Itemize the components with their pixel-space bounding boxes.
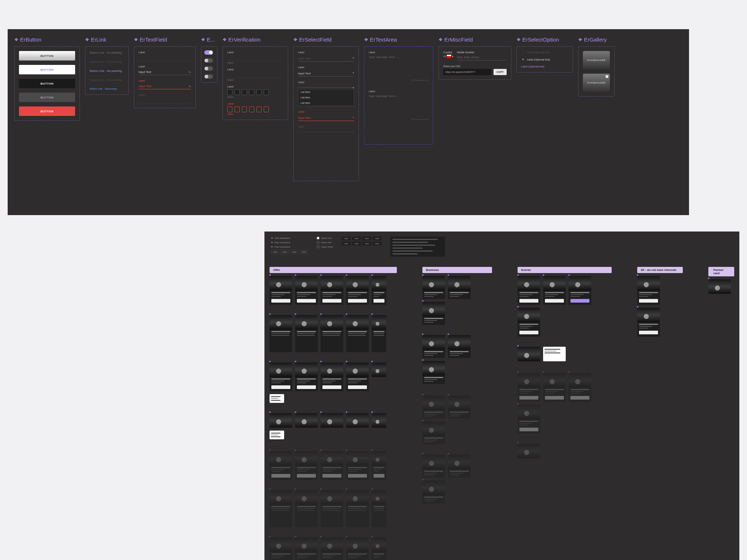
card[interactable] [321,490,343,527]
pin-input[interactable] [242,89,247,95]
card[interactable] [321,362,343,391]
tag[interactable]: Label [362,242,371,245]
gallery-placeholder[interactable]: PLACEHOLDER [583,51,610,69]
card[interactable] [448,396,471,419]
card[interactable] [295,276,318,305]
card[interactable] [372,490,386,527]
card[interactable] [270,451,292,480]
card[interactable] [295,537,318,560]
button-white[interactable]: BUTTON [19,65,75,74]
card[interactable] [346,413,369,428]
card-cta[interactable] [374,474,384,478]
card-cta[interactable] [519,331,538,334]
tag[interactable]: Label [342,237,351,240]
card-light[interactable] [270,394,284,403]
card[interactable] [422,481,445,503]
toggle-off[interactable] [204,74,213,79]
verification-input[interactable] [227,55,283,61]
card[interactable] [422,361,445,384]
card-cta[interactable] [297,474,316,478]
card[interactable] [422,455,445,478]
card[interactable] [321,451,343,480]
card-cta[interactable] [519,428,538,431]
pin-input[interactable] [227,89,232,95]
card[interactable] [295,413,318,428]
select-disabled[interactable]: ▾ [298,129,354,132]
card[interactable] [372,413,386,428]
toggle-on[interactable] [204,50,213,55]
select-empty[interactable]: Input Text ▾ [298,55,354,62]
card-cta[interactable] [545,299,564,303]
card-cta[interactable] [297,299,316,303]
select-open[interactable]: ▾ [298,85,354,88]
tag[interactable]: Label [352,237,361,240]
card-cta[interactable] [271,385,290,389]
card[interactable] [346,362,369,391]
pin-input[interactable] [242,106,247,112]
link-faded[interactable]: Button Link - No padding [90,60,124,63]
textfield-error[interactable] [139,83,191,89]
chip[interactable]: Chip component [274,246,290,248]
card-cta[interactable] [297,385,316,389]
card[interactable] [708,279,731,294]
card[interactable] [569,373,591,402]
card-cta[interactable] [519,299,538,303]
card[interactable] [518,347,540,361]
card-cta[interactable] [322,474,341,478]
tag[interactable]: Label [373,242,382,245]
button-dark[interactable]: BUTTON [19,79,75,88]
link-secondary[interactable]: Button Link - Secondary [90,88,124,90]
textarea[interactable] [369,95,429,117]
card[interactable] [346,537,369,560]
share-url-input[interactable] [443,69,491,75]
card[interactable] [372,362,386,377]
card[interactable] [321,537,343,560]
chip[interactable]: Chip component [274,241,290,244]
textfield-disabled[interactable] [139,98,191,104]
verification-input[interactable] [227,72,283,78]
card[interactable] [321,315,343,352]
pin-input[interactable] [249,106,254,112]
card-cta[interactable] [322,299,341,303]
select-option[interactable]: List Item [298,100,354,106]
card[interactable] [346,315,369,352]
card[interactable] [346,276,369,305]
select-filled[interactable]: Input Text ▾ [298,70,354,77]
pin-input[interactable] [256,89,262,95]
card[interactable] [637,276,660,305]
option-default[interactable]: ⊘ Label (Optional text) [521,58,568,61]
card-cta[interactable] [639,331,658,334]
card-light[interactable] [270,431,284,439]
pin-input[interactable] [235,89,240,95]
card[interactable] [543,373,566,402]
button-disabled[interactable]: BUTTON [19,93,75,102]
select-error[interactable]: Input Text ▾ [298,114,354,121]
tag[interactable]: Label [373,237,382,240]
select-option[interactable]: List Item [298,89,354,95]
chip[interactable]: Chip component [274,237,290,239]
card[interactable] [270,276,292,305]
card[interactable] [372,315,386,352]
toggle-off[interactable] [204,66,213,71]
card-cta[interactable] [348,299,367,303]
card-cta[interactable] [348,474,367,478]
pin-input[interactable] [264,89,269,95]
card[interactable] [295,490,318,527]
card-cta[interactable] [271,299,290,303]
card[interactable] [372,537,386,560]
radio-option[interactable]: Option two [317,241,333,244]
pin-input[interactable] [227,106,232,112]
card[interactable] [270,537,292,560]
card[interactable] [448,455,471,478]
card[interactable] [518,444,540,458]
card[interactable] [346,490,369,527]
card-light[interactable] [543,347,566,361]
card[interactable] [321,413,343,428]
card[interactable] [346,451,369,480]
link-disabled[interactable]: Button Link - No padding [90,78,124,82]
country-value[interactable]: +1 ▾ [443,55,453,58]
radio-option[interactable]: Option three [317,245,333,248]
link-default[interactable]: Button Link - No padding [90,51,124,54]
chip-link[interactable]: Label [290,250,298,254]
card-cta[interactable] [322,385,341,389]
